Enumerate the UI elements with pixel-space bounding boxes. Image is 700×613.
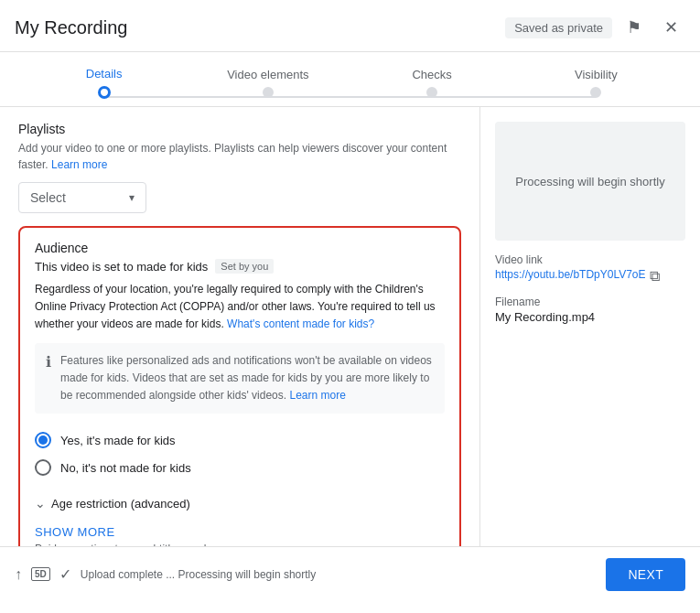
audience-info-text: Features like personalized ads and notif… xyxy=(60,352,434,405)
radio-no-outer xyxy=(35,459,51,476)
steps-container: Details Video elements Checks Visibility xyxy=(22,67,678,99)
left-panel: Playlists Add your video to one or more … xyxy=(0,107,480,546)
audience-info-box: ℹ Features like personalized ads and not… xyxy=(35,343,445,414)
copy-link-button[interactable]: ⧉ xyxy=(650,268,660,285)
main-content: Playlists Add your video to one or more … xyxy=(0,107,700,546)
playlist-select-dropdown[interactable]: Select ▾ xyxy=(18,182,146,213)
footer-status-text: Upload complete ... Processing will begi… xyxy=(81,568,316,581)
radio-yes-label: Yes, it's made for kids xyxy=(60,434,176,447)
copy-icon: ⧉ xyxy=(650,268,660,284)
step-checks-label: Checks xyxy=(412,68,451,81)
footer-left: ↑ 5D ✓ Upload complete ... Processing wi… xyxy=(15,565,316,583)
header: My Recording Saved as private ⚑ ✕ xyxy=(0,0,700,52)
age-restriction-label: Age restriction (advanced) xyxy=(51,497,190,511)
audience-section: Audience This video is set to made for k… xyxy=(18,226,461,546)
radio-yes-kids[interactable]: Yes, it's made for kids xyxy=(35,426,445,454)
step-details-dot xyxy=(98,86,111,99)
audience-learn-more-link[interactable]: Learn more xyxy=(289,389,345,402)
right-panel: Processing will begin shortly Video link… xyxy=(480,107,700,546)
kids-radio-group: Yes, it's made for kids No, it's not mad… xyxy=(35,426,445,481)
chevron-down-icon: ▾ xyxy=(129,191,135,204)
step-checks[interactable]: Checks xyxy=(350,68,514,98)
video-link-row: https://youtu.be/bTDpY0LV7oE ⧉ xyxy=(495,268,685,285)
video-link-label: Video link xyxy=(495,253,685,266)
step-details-label: Details xyxy=(86,67,123,81)
what-is-kids-content-link[interactable]: What's content made for kids? xyxy=(227,317,374,330)
header-actions: Saved as private ⚑ ✕ xyxy=(505,13,685,42)
radio-no-label: No, it's not made for kids xyxy=(60,461,191,475)
video-preview: Processing will begin shortly xyxy=(495,122,685,241)
chevron-down-age-icon: ⌄ xyxy=(35,496,46,511)
page-title: My Recording xyxy=(15,17,127,38)
hd-badge: 5D xyxy=(31,567,50,581)
step-checks-dot xyxy=(426,87,437,98)
playlists-section: Playlists Add your video to one or more … xyxy=(18,122,461,213)
step-visibility[interactable]: Visibility xyxy=(514,68,678,98)
filename-value: My Recording.mp4 xyxy=(495,310,685,324)
playlists-title: Playlists xyxy=(18,122,461,136)
flag-button[interactable]: ⚑ xyxy=(619,13,649,42)
footer: ↑ 5D ✓ Upload complete ... Processing wi… xyxy=(0,546,700,601)
audience-subtitle-text: This video is set to made for kids xyxy=(35,260,208,274)
set-by-badge: Set by you xyxy=(215,259,274,274)
audience-subtitle-row: This video is set to made for kids Set b… xyxy=(35,259,445,274)
playlist-select-value: Select xyxy=(30,190,66,205)
age-restriction-toggle[interactable]: ⌄ Age restriction (advanced) xyxy=(35,490,445,516)
audience-title: Audience xyxy=(35,241,445,255)
next-button[interactable]: NEXT xyxy=(606,558,685,591)
check-icon: ✓ xyxy=(59,565,71,583)
radio-no-kids[interactable]: No, it's not made for kids xyxy=(35,454,445,481)
playlists-description: Add your video to one or more playlists.… xyxy=(18,140,461,173)
close-button[interactable]: ✕ xyxy=(656,13,685,42)
close-icon: ✕ xyxy=(664,17,678,38)
filename-label: Filename xyxy=(495,296,685,308)
upload-icon: ↑ xyxy=(15,566,22,583)
radio-yes-inner xyxy=(38,436,48,445)
playlists-learn-more-link[interactable]: Learn more xyxy=(51,158,107,171)
processing-text: Processing will begin shortly xyxy=(515,175,664,188)
step-details[interactable]: Details xyxy=(22,67,186,99)
saved-badge: Saved as private xyxy=(505,17,612,38)
step-visibility-label: Visibility xyxy=(575,68,618,81)
show-more-button[interactable]: SHOW MORE xyxy=(35,525,445,539)
show-more-description: Paid promotion, tags, subtitles, and mor… xyxy=(35,543,445,546)
step-video-elements[interactable]: Video elements xyxy=(186,68,350,98)
step-video-elements-dot xyxy=(263,87,274,98)
audience-description: Regardless of your location, you're lega… xyxy=(35,281,445,334)
flag-icon: ⚑ xyxy=(627,17,641,38)
video-link[interactable]: https://youtu.be/bTDpY0LV7oE xyxy=(495,268,646,281)
steps-bar: Details Video elements Checks Visibility xyxy=(0,52,700,107)
step-video-elements-label: Video elements xyxy=(227,68,308,81)
info-circle-icon: ℹ xyxy=(46,353,51,405)
step-visibility-dot xyxy=(590,87,601,98)
radio-yes-outer xyxy=(35,432,51,448)
